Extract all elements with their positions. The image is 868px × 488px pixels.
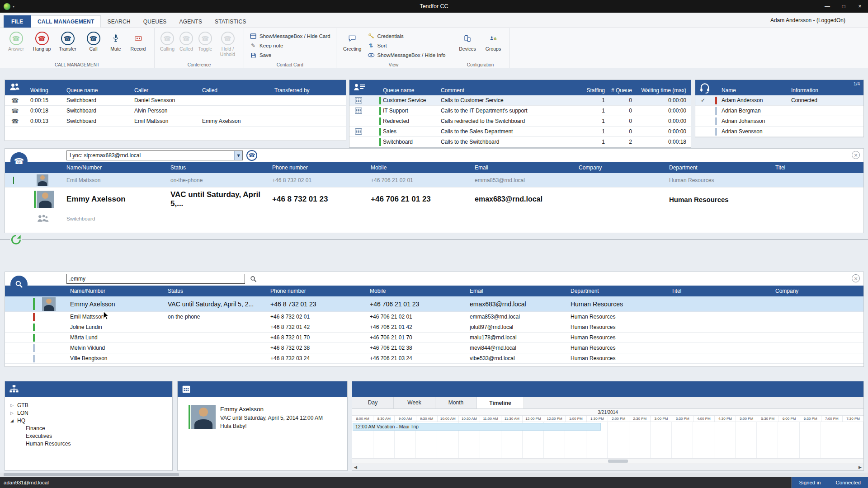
- search-input[interactable]: [66, 274, 245, 284]
- col-header[interactable]: Caller: [134, 87, 202, 94]
- calling-button[interactable]: ☎ Calling: [158, 30, 176, 52]
- connected-party-row[interactable]: Emil Mattsson on-the-phone +46 8 732 02 …: [5, 173, 863, 188]
- col-header[interactable]: Waiting: [30, 87, 66, 94]
- greeting-button[interactable]: Greeting: [340, 30, 365, 52]
- col-header[interactable]: # Queue: [609, 87, 637, 94]
- transfer-button[interactable]: ☎ Transfer: [55, 30, 80, 52]
- col-header[interactable]: Name: [722, 87, 791, 94]
- search-button[interactable]: [248, 273, 259, 284]
- groups-button[interactable]: Groups: [481, 30, 505, 52]
- tab-file[interactable]: FILE: [4, 15, 31, 28]
- hangup-button[interactable]: ☎ Hang up: [29, 30, 54, 52]
- col-header[interactable]: Titel: [671, 288, 775, 294]
- col-header[interactable]: Status: [168, 288, 270, 294]
- agent-row[interactable]: Adrian Johansson: [695, 116, 863, 127]
- col-header[interactable]: Queue name: [66, 87, 134, 94]
- col-header[interactable]: Called: [202, 87, 274, 94]
- search-result-row[interactable]: Joline Lundin +46 8 732 01 42 +46 706 21…: [5, 322, 863, 333]
- queue-row[interactable]: Switchboard Calls to the Switchboard 1 2…: [349, 137, 691, 147]
- expand-arrow-icon[interactable]: ▷: [9, 411, 14, 415]
- queue-row[interactable]: Redirected Calls redirected to the Switc…: [349, 116, 691, 127]
- mute-button[interactable]: Mute: [107, 30, 125, 52]
- col-header[interactable]: Staffing: [580, 87, 609, 94]
- scroll-left-icon[interactable]: ◀: [354, 465, 357, 469]
- save-button[interactable]: Save: [248, 51, 332, 59]
- search-result-row[interactable]: Ville Bengtsson +46 8 732 03 24 +46 706 …: [5, 353, 863, 364]
- col-header[interactable]: Email: [475, 164, 579, 171]
- tree-node-finance[interactable]: Finance: [9, 424, 172, 432]
- device-combo[interactable]: Lync: sip:emax683@rnd.local ▼: [66, 150, 243, 160]
- calendar-event[interactable]: 12:00 AM Vacation - Maui Trip: [353, 423, 601, 431]
- devices-button[interactable]: Devices: [455, 30, 480, 52]
- tab-agents[interactable]: AGENTS: [173, 15, 209, 28]
- collapse-arrow-icon[interactable]: ◢: [9, 418, 14, 423]
- call-button[interactable]: ☎ Call: [81, 30, 106, 52]
- agent-row[interactable]: ✓ Adam Andersson Connected: [695, 95, 863, 106]
- tab-month[interactable]: Month: [435, 397, 477, 408]
- agent-row[interactable]: Adrian Bergman: [695, 106, 863, 116]
- app-icon[interactable]: [4, 3, 10, 10]
- col-header[interactable]: Mobile: [371, 164, 475, 171]
- close-panel-icon[interactable]: ×: [852, 151, 860, 159]
- scroll-right-icon[interactable]: ▶: [859, 465, 862, 469]
- keep-note-button[interactable]: ✎ Keep note: [248, 42, 332, 50]
- close-panel-icon[interactable]: ×: [852, 274, 860, 282]
- tree-node-hq[interactable]: ◢ HQ: [9, 417, 172, 424]
- col-header[interactable]: Phone number: [272, 164, 371, 171]
- waiting-call-row[interactable]: ☎ 0:00:13 Switchboard Emil Mattsson Emmy…: [5, 116, 346, 127]
- col-header[interactable]: Mobile: [370, 288, 470, 294]
- hold-unhold-button[interactable]: ☎ Hold / Unhold: [215, 30, 240, 57]
- col-header[interactable]: Transferred by: [274, 87, 346, 94]
- tree-node-human-resources[interactable]: Human Resources: [9, 440, 172, 447]
- maximize-button[interactable]: □: [835, 0, 852, 13]
- waiting-call-row[interactable]: ☎ 0:00:15 Switchboard Daniel Svensson: [5, 95, 346, 106]
- tab-day[interactable]: Day: [352, 397, 394, 408]
- queue-row[interactable]: Sales Calls to the Sales Department 1 0 …: [349, 127, 691, 137]
- close-button[interactable]: ×: [852, 0, 868, 13]
- agent-row[interactable]: Adrian Svensson: [695, 127, 863, 137]
- tab-timeline[interactable]: Timeline: [477, 397, 524, 408]
- refresh-transfer-icon[interactable]: [10, 234, 22, 246]
- tab-call-management[interactable]: CALL MANAGEMENT: [31, 15, 101, 28]
- col-header[interactable]: Waiting time (max): [637, 87, 691, 94]
- col-header[interactable]: Information: [791, 87, 863, 94]
- tab-statistics[interactable]: STATISTICS: [208, 15, 253, 28]
- record-button[interactable]: Record: [126, 30, 151, 52]
- col-header[interactable]: Name/Number: [66, 164, 170, 171]
- credentials-button[interactable]: Credentials: [366, 32, 448, 40]
- search-result-row[interactable]: Melvin Viklund +46 8 732 02 38 +46 706 2…: [5, 343, 863, 353]
- timeline-body[interactable]: 12:00 AM Vacation - Maui Trip: [352, 422, 863, 458]
- col-header[interactable]: Email: [470, 288, 571, 294]
- col-header[interactable]: Company: [579, 164, 669, 171]
- tree-node-gtb[interactable]: ▷ GTB: [9, 401, 172, 409]
- search-result-row-selected[interactable]: Emmy Axelsson VAC until Saturday, April …: [5, 296, 863, 312]
- search-result-row[interactable]: Märta Lund +46 8 732 01 70 +46 706 21 01…: [5, 333, 863, 343]
- show-hide-card-button[interactable]: ShowMessageBox / Hide Card: [248, 32, 332, 40]
- col-header[interactable]: Department: [571, 288, 671, 294]
- answer-button[interactable]: ☎ Answer: [4, 30, 28, 52]
- col-header[interactable]: Name/Number: [70, 288, 168, 294]
- selected-contact-row[interactable]: Emmy Axelsson VAC until Saturday, April …: [5, 188, 863, 211]
- window-h-scrollbar-thumb[interactable]: [4, 473, 179, 476]
- chevron-down-icon[interactable]: ▼: [234, 151, 242, 160]
- tree-node-executives[interactable]: Executives: [9, 432, 172, 440]
- col-header[interactable]: Comment: [441, 87, 580, 94]
- toggle-button[interactable]: ☎ Toggle: [196, 30, 214, 52]
- col-header[interactable]: Status: [170, 164, 272, 171]
- expand-arrow-icon[interactable]: ▷: [9, 403, 14, 408]
- called-button[interactable]: ☎ Called: [177, 30, 195, 52]
- show-hide-info-button[interactable]: ShowMessageBox / Hide Info: [366, 51, 448, 59]
- col-header[interactable]: Department: [669, 164, 775, 171]
- search-result-row[interactable]: Emil Mattsson on-the-phone +46 8 732 02 …: [5, 312, 863, 322]
- agents-pager[interactable]: 1/4: [854, 81, 860, 86]
- col-header[interactable]: Titel: [775, 164, 863, 171]
- dial-device-button[interactable]: ☎: [246, 150, 257, 161]
- tab-queues[interactable]: QUEUES: [137, 15, 173, 28]
- minimize-button[interactable]: —: [819, 0, 835, 13]
- switchboard-row[interactable]: Switchboard: [5, 211, 863, 226]
- queue-row[interactable]: Customer Service Calls to Customer Servi…: [349, 95, 691, 106]
- sort-button[interactable]: ⇅ Sort: [366, 42, 448, 50]
- waiting-call-row[interactable]: ☎ 0:00:18 Switchboard Alvin Persson: [5, 106, 346, 116]
- tree-node-lon[interactable]: ▷ LON: [9, 409, 172, 417]
- queue-row[interactable]: IT Support Calls to the IT Department's …: [349, 106, 691, 116]
